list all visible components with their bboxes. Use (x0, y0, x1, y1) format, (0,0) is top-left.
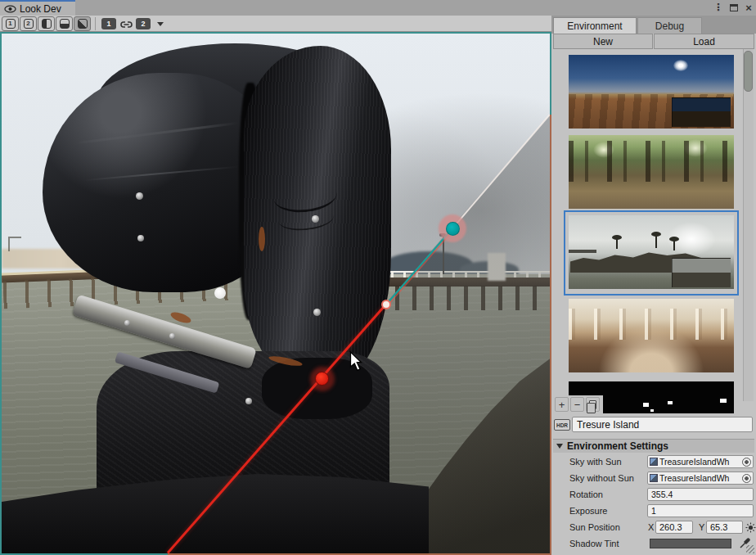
env-thumbnail-forest[interactable] (569, 135, 734, 209)
view-2-icon: 2 (24, 19, 34, 29)
rotation-row: Rotation 355.4 (553, 488, 756, 502)
sun-y-label: Y (699, 522, 704, 532)
single-view-1-button[interactable]: 1 (2, 16, 19, 31)
window-title: Look Dev (20, 3, 61, 15)
palm-tree (616, 238, 618, 249)
texture-thumbnail-icon (650, 474, 658, 482)
thumbnail-scrollbar-thumb[interactable] (744, 51, 753, 92)
exposure-row: Exposure 1 (553, 504, 756, 518)
palm-tree (655, 235, 657, 248)
exposure-value: 1 (648, 506, 656, 516)
lookdev-viewport[interactable] (2, 34, 550, 553)
sky-without-sun-row: Sky without Sun TreasureIslandWh (553, 472, 756, 485)
link-cameras-icon[interactable] (120, 20, 133, 29)
sky-with-sun-value: TreasureIslandWh (659, 457, 742, 467)
mouse-cursor (349, 351, 362, 372)
environment-panel: Environment Debug New Load (553, 0, 756, 555)
texture-thumbnail-icon (650, 458, 658, 466)
orange-accent (259, 227, 265, 251)
rotation-value: 355.4 (648, 490, 673, 499)
toolbar-separator (95, 17, 96, 30)
rotation-field[interactable]: 355.4 (647, 488, 754, 501)
metal-stud (136, 192, 143, 200)
lookdev-toolbar: 1 2 1 2 (0, 16, 552, 32)
night-light (650, 409, 654, 412)
resize-grip[interactable] (746, 545, 754, 553)
sun-x-label: X (648, 522, 654, 532)
gizmo-middle-handle[interactable] (381, 300, 391, 309)
sun-x-value: 260.3 (659, 522, 682, 532)
night-light (643, 403, 649, 407)
remove-environment-button[interactable]: − (570, 397, 584, 412)
camera-2-button[interactable]: 2 (136, 18, 151, 29)
gizmo-teal-handle[interactable] (446, 222, 460, 236)
metal-stud (312, 215, 319, 223)
environment-list-actions: + − (553, 395, 603, 413)
shadow-tint-label: Shadow Tint (569, 539, 619, 548)
metal-bolt (124, 320, 130, 326)
env-thumbnail-church[interactable] (569, 299, 734, 372)
sun-y-value: 65.3 (710, 522, 727, 532)
load-button[interactable]: Load (654, 34, 754, 49)
metal-bolt (169, 333, 175, 339)
distant-crane (8, 237, 21, 251)
desert-sun (673, 60, 688, 71)
white-stud (214, 287, 226, 299)
camera-1-button[interactable]: 1 (101, 18, 116, 29)
sky-without-sun-label: Sky without Sun (569, 473, 634, 483)
add-environment-button[interactable]: + (555, 397, 569, 412)
sun-x-field[interactable]: 260.3 (655, 521, 693, 534)
new-button[interactable]: New (553, 34, 653, 49)
sky-with-sun-field[interactable]: TreasureIslandWh (647, 455, 754, 468)
shadow-tint-swatch[interactable] (650, 539, 731, 548)
church-columns (569, 309, 734, 340)
metal-stud (245, 398, 252, 404)
tab-debug[interactable]: Debug (637, 17, 702, 34)
palm-tree (673, 240, 675, 250)
exposure-label: Exposure (569, 506, 607, 516)
sky-with-sun-label: Sky with Sun (569, 457, 622, 467)
env-thumbnail-treasure-island[interactable] (569, 215, 734, 289)
split-diagonal-icon (78, 19, 88, 29)
night-light (668, 401, 673, 404)
environment-name-field[interactable]: Tresure Island (572, 417, 753, 432)
view-1-icon: 1 (6, 19, 16, 29)
desert-nosun-inset (672, 97, 731, 127)
lookdev-tab[interactable]: Look Dev (0, 0, 75, 16)
shadow-tint-row: Shadow Tint (553, 537, 756, 551)
thumbnail-scrollbar-track[interactable] (743, 49, 754, 401)
object-picker-icon[interactable] (742, 474, 751, 483)
split-horizontal-icon (60, 19, 70, 29)
sky-with-sun-row: Sky with Sun TreasureIslandWh (553, 455, 756, 469)
zone-view-button[interactable] (74, 16, 91, 31)
split-vertical-icon (42, 19, 52, 29)
camera-dropdown-icon[interactable] (157, 22, 164, 26)
environment-settings-header[interactable]: Environment Settings (553, 439, 754, 453)
sun-position-row: Sun Position X 260.3 Y 65.3 (553, 521, 756, 535)
foldout-icon (556, 444, 563, 449)
side-by-side-view-button[interactable] (38, 16, 55, 31)
tab-environment[interactable]: Environment (553, 17, 637, 34)
lookdev-window: Look Dev ⋮ × 1 2 1 2 (0, 0, 756, 555)
settings-header-label: Environment Settings (567, 440, 668, 452)
duplicate-icon (589, 400, 596, 409)
treasure-nosun-inset (672, 258, 731, 287)
sun-y-field[interactable]: 65.3 (706, 521, 743, 534)
metal-stud (313, 309, 321, 316)
sun-gizmo-toggle-icon[interactable] (745, 522, 756, 533)
eye-icon (4, 5, 16, 13)
metal-stud (137, 235, 144, 241)
split-view-button[interactable] (56, 16, 73, 31)
sky-without-sun-value: TreasureIslandWh (659, 473, 742, 483)
env-thumbnail-desert[interactable] (569, 55, 734, 129)
single-view-2-button[interactable]: 2 (20, 16, 37, 31)
night-light (720, 399, 727, 403)
treasure-pier (569, 250, 596, 253)
object-picker-icon[interactable] (742, 458, 751, 467)
exposure-field[interactable]: 1 (647, 504, 754, 517)
hdr-badge: HDR (554, 419, 570, 431)
forest-trunks (569, 141, 734, 182)
duplicate-environment-button[interactable] (586, 397, 600, 412)
gizmo-red-handle[interactable] (315, 372, 329, 386)
sky-without-sun-field[interactable]: TreasureIslandWh (647, 472, 754, 485)
